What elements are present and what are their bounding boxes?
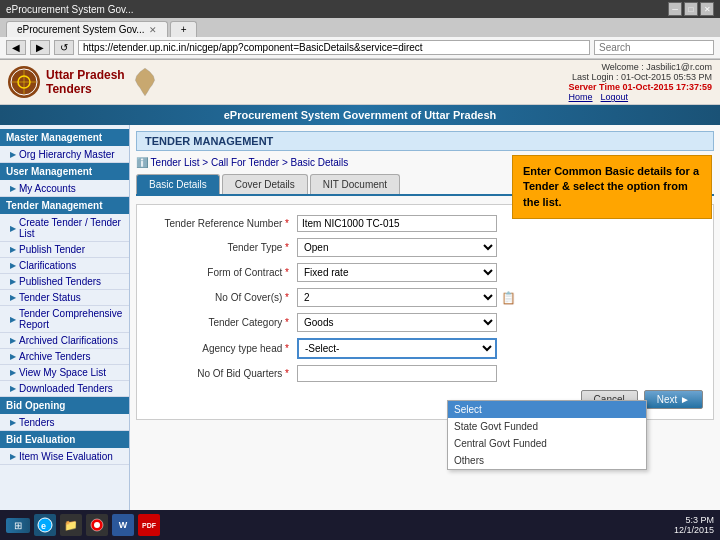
sidebar-item-published-tenders[interactable]: ▶ Published Tenders	[0, 274, 129, 290]
sidebar-item-clarifications[interactable]: ▶ Clarifications	[0, 258, 129, 274]
sidebar-item-comprehensive-report[interactable]: ▶ Tender Comprehensive Report	[0, 306, 129, 333]
taskbar-chrome-icon[interactable]	[86, 514, 108, 536]
sidebar-section-bid-opening: Bid Opening	[0, 397, 129, 414]
dropdown-option-select[interactable]: Select	[448, 401, 646, 418]
forward-button[interactable]: ▶	[30, 40, 50, 55]
server-time: Server Time 01-Oct-2015 17:37:59	[569, 82, 712, 92]
header-user-info: Welcome : Jasbilic1@r.com Last Login : 0…	[569, 62, 712, 102]
form-container: Tender Reference Number * Tender Type * …	[136, 204, 714, 420]
tender-type-label: Tender Type *	[147, 242, 297, 253]
next-button[interactable]: Next ►	[644, 390, 703, 409]
tab-cover-details[interactable]: Cover Details	[222, 174, 308, 194]
org-name: Uttar Pradesh Tenders	[46, 68, 125, 97]
sidebar-item-downloaded[interactable]: ▶ Downloaded Tenders	[0, 381, 129, 397]
sidebar-item-create-tender[interactable]: ▶ Create Tender / Tender List	[0, 215, 129, 242]
content-area: TENDER MANAGEMENT ℹ️ Tender List > Call …	[130, 125, 720, 515]
no-of-covers-select[interactable]: 2 1 3	[297, 288, 497, 307]
taskbar-folder-icon[interactable]: 📁	[60, 514, 82, 536]
arrow-icon: ▶	[10, 224, 16, 233]
browser-tab[interactable]: eProcurement System Gov... ✕	[6, 21, 168, 37]
taskbar-pdf-icon[interactable]: PDF	[138, 514, 160, 536]
title-bar: eProcurement System Gov... ─ □ ✕	[0, 0, 720, 18]
arrow-icon: ▶	[10, 261, 16, 270]
sidebar-item-item-wise-eval[interactable]: ▶ Item Wise Evaluation	[0, 449, 129, 465]
main-layout: Master Management ▶ Org Hierarchy Master…	[0, 125, 720, 515]
sidebar-item-archived-clarif[interactable]: ▶ Archived Clarifications	[0, 333, 129, 349]
no-of-covers-row: No Of Cover(s) * 2 1 3 📋	[147, 288, 703, 307]
agency-type-dropdown[interactable]: Select State Govt Funded Central Govt Fu…	[447, 400, 647, 470]
sidebar-item-org-hierarchy[interactable]: ▶ Org Hierarchy Master	[0, 147, 129, 163]
sidebar-item-bid-tenders[interactable]: ▶ Tenders	[0, 415, 129, 431]
tab-label: eProcurement System Gov...	[17, 24, 145, 35]
taskbar-time: 5:3 PM 12/1/2015	[674, 515, 714, 535]
browser-title: eProcurement System Gov...	[6, 4, 134, 15]
maximize-button[interactable]: □	[684, 2, 698, 16]
sidebar-section-user: User Management	[0, 163, 129, 180]
home-link[interactable]: Home	[569, 92, 593, 102]
agency-type-select[interactable]: -Select- State Govt Funded Central Govt …	[297, 338, 497, 359]
page-title: TENDER MANAGEMENT	[136, 131, 714, 151]
arrow-icon: ▶	[10, 315, 16, 324]
taskbar-ie-icon[interactable]: e	[34, 514, 56, 536]
sidebar-section-master: Master Management	[0, 129, 129, 146]
tender-category-row: Tender Category * Goods Services Works	[147, 313, 703, 332]
tab-basic-details[interactable]: Basic Details	[136, 174, 220, 194]
new-tab-button[interactable]: +	[170, 21, 198, 37]
no-of-covers-label: No Of Cover(s) *	[147, 292, 297, 303]
tender-category-label: Tender Category *	[147, 317, 297, 328]
refresh-button[interactable]: ↺	[54, 40, 74, 55]
info-icon[interactable]: 📋	[501, 291, 516, 305]
arrow-icon: ▶	[10, 368, 16, 377]
minimize-button[interactable]: ─	[668, 2, 682, 16]
arrow-icon: ▶	[10, 184, 16, 193]
sidebar-item-view-space[interactable]: ▶ View My Space List	[0, 365, 129, 381]
org-info: Uttar Pradesh Tenders	[8, 66, 159, 98]
no-of-bid-label: No Of Bid Quarters *	[147, 368, 297, 379]
window-controls[interactable]: ─ □ ✕	[668, 2, 714, 16]
arrow-icon: ▶	[10, 336, 16, 345]
arrow-icon: ▶	[10, 418, 16, 427]
sidebar-item-tender-status[interactable]: ▶ Tender Status	[0, 290, 129, 306]
taskbar: ⊞ e 📁 W PDF 5:3 PM 12/1/2015	[0, 510, 720, 540]
header-links[interactable]: Home Logout	[569, 92, 712, 102]
address-input[interactable]	[78, 40, 590, 55]
arrow-icon: ▶	[10, 293, 16, 302]
logout-link[interactable]: Logout	[601, 92, 629, 102]
taskbar-word-icon[interactable]: W	[112, 514, 134, 536]
govt-logo	[8, 66, 40, 98]
tooltip-box: Enter Common Basic details for a Tender …	[512, 155, 712, 219]
portal-header: eProcurement System Government of Uttar …	[0, 105, 720, 125]
arrow-icon: ▶	[10, 352, 16, 361]
tender-ref-input[interactable]	[297, 215, 497, 232]
form-of-contract-select[interactable]: Fixed rate Percentage rate	[297, 263, 497, 282]
tab-close-icon[interactable]: ✕	[149, 25, 157, 35]
top-header: Uttar Pradesh Tenders Welcome : Jasbilic…	[0, 60, 720, 105]
dropdown-option-state[interactable]: State Govt Funded	[448, 418, 646, 435]
sidebar-item-archive-tenders[interactable]: ▶ Archive Tenders	[0, 349, 129, 365]
svg-point-7	[94, 522, 100, 528]
sidebar: Master Management ▶ Org Hierarchy Master…	[0, 125, 130, 515]
tab-bar: eProcurement System Gov... ✕ +	[0, 18, 720, 37]
arrow-icon: ▶	[10, 245, 16, 254]
no-of-bid-input[interactable]	[297, 365, 497, 382]
tender-type-row: Tender Type * Open Limited	[147, 238, 703, 257]
form-of-contract-label: Form of Contract *	[147, 267, 297, 278]
dropdown-option-central[interactable]: Central Govt Funded	[448, 435, 646, 452]
dropdown-option-others[interactable]: Others	[448, 452, 646, 469]
arrow-icon: ▶	[10, 277, 16, 286]
start-button[interactable]: ⊞	[6, 518, 30, 533]
sidebar-item-my-accounts[interactable]: ▶ My Accounts	[0, 181, 129, 197]
svg-text:e: e	[41, 521, 46, 531]
sidebar-item-publish-tender[interactable]: ▶ Publish Tender	[0, 242, 129, 258]
no-of-bid-row: No Of Bid Quarters *	[147, 365, 703, 382]
sidebar-section-tender: Tender Management	[0, 197, 129, 214]
close-button[interactable]: ✕	[700, 2, 714, 16]
tender-ref-label: Tender Reference Number *	[147, 218, 297, 229]
arrow-icon: ▶	[10, 384, 16, 393]
tab-nit-document[interactable]: NIT Document	[310, 174, 400, 194]
tender-category-select[interactable]: Goods Services Works	[297, 313, 497, 332]
sidebar-section-bid-eval: Bid Evaluation	[0, 431, 129, 448]
tender-type-select[interactable]: Open Limited	[297, 238, 497, 257]
search-input[interactable]	[594, 40, 714, 55]
back-button[interactable]: ◀	[6, 40, 26, 55]
